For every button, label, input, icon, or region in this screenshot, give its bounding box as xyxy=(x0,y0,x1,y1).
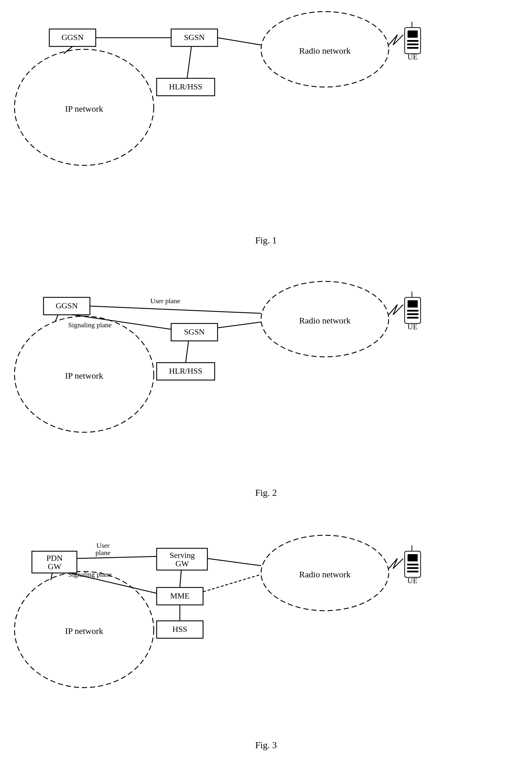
sgsn-label-1: SGSN xyxy=(184,33,205,42)
ggsn-label-2: GGSN xyxy=(56,301,78,310)
pdngw-label-3b: GW xyxy=(48,562,61,571)
user-plane-label-3b: plane xyxy=(95,549,111,556)
svg-line-50 xyxy=(389,558,397,569)
figure-2: IP network Radio network GGSN SGSN HLR/H… xyxy=(0,252,532,505)
svg-rect-17 xyxy=(407,47,419,49)
fig3-label: Fig. 3 xyxy=(255,740,277,751)
svg-rect-56 xyxy=(407,564,419,565)
svg-line-47 xyxy=(203,574,261,592)
svg-rect-54 xyxy=(408,554,418,561)
hlrhss-label-2: HLR/HSS xyxy=(169,366,202,375)
svg-line-28 xyxy=(389,305,397,315)
sgsn-label-2: SGSN xyxy=(184,327,205,336)
svg-line-11 xyxy=(393,35,403,45)
svg-line-44 xyxy=(207,558,261,566)
svg-line-46 xyxy=(51,573,52,580)
svg-line-52 xyxy=(393,558,403,569)
svg-line-23 xyxy=(90,306,261,313)
ue-label-3: UE xyxy=(408,576,418,585)
user-plane-label-2: User plane xyxy=(150,297,180,305)
svg-rect-36 xyxy=(407,317,419,319)
figure-3: IP network Radio network PDN GW Serving … xyxy=(0,505,532,757)
servinggw-label-3: Serving xyxy=(169,551,195,560)
svg-rect-32 xyxy=(408,300,418,308)
mme-label-3: MME xyxy=(170,591,190,600)
svg-line-6 xyxy=(218,38,261,45)
ip-network-label-3: IP network xyxy=(65,626,103,636)
svg-line-51 xyxy=(393,558,397,569)
ue-label-1: UE xyxy=(408,53,418,61)
ue-label-2: UE xyxy=(408,323,418,331)
radio-network-label-3: Radio network xyxy=(299,569,350,579)
svg-line-8 xyxy=(187,46,191,78)
ip-network-label-2: IP network xyxy=(65,371,103,380)
svg-line-45 xyxy=(70,573,157,593)
svg-line-25 xyxy=(218,322,261,328)
ip-network-label-1: IP network xyxy=(65,104,103,113)
signaling-plane-label-2: Signaling plane xyxy=(68,321,112,329)
svg-rect-16 xyxy=(407,44,419,45)
svg-line-49 xyxy=(180,570,181,587)
svg-rect-57 xyxy=(407,567,419,569)
servinggw-label-3b: GW xyxy=(175,559,189,568)
radio-network-label-2: Radio network xyxy=(299,316,350,325)
svg-line-27 xyxy=(186,341,189,363)
user-plane-label-3: User xyxy=(96,542,109,549)
hlrhss-label-1: HLR/HSS xyxy=(169,82,202,91)
figure-1: IP network Radio network GGSN SGSN HLR/H… xyxy=(0,0,532,252)
svg-rect-35 xyxy=(407,313,419,315)
svg-rect-34 xyxy=(407,310,419,312)
svg-line-10 xyxy=(393,35,397,45)
svg-rect-58 xyxy=(407,571,419,572)
ggsn-label-1: GGSN xyxy=(61,33,84,42)
hss-label-3: HSS xyxy=(172,625,187,634)
fig2-label: Fig. 2 xyxy=(255,487,277,498)
svg-line-43 xyxy=(77,556,157,558)
svg-line-30 xyxy=(393,305,403,315)
svg-rect-13 xyxy=(408,30,418,38)
pdngw-label-3: PDN xyxy=(46,554,63,563)
svg-rect-15 xyxy=(407,40,419,42)
fig1-label: Fig. 1 xyxy=(255,235,277,246)
svg-line-9 xyxy=(389,35,397,45)
svg-line-29 xyxy=(393,305,397,315)
radio-network-label-1: Radio network xyxy=(299,46,350,55)
